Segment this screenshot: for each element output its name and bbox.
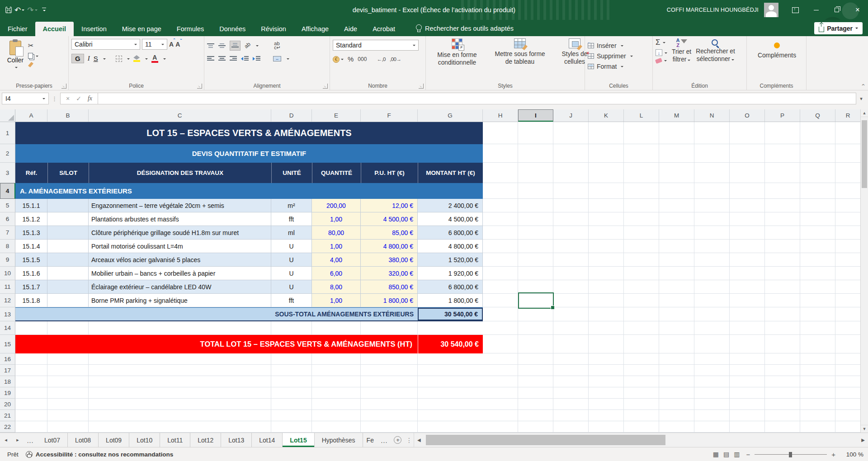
bold-button[interactable]: G <box>71 54 84 63</box>
col-header-Q[interactable]: Q <box>800 109 835 122</box>
cell-pu[interactable]: 380,00 € <box>361 253 418 267</box>
minimize-button[interactable] <box>806 0 826 20</box>
col-header-I-selected[interactable]: I <box>518 109 553 122</box>
cell-ref[interactable]: 15.1.7 <box>15 280 47 294</box>
cell-slot[interactable] <box>47 294 89 307</box>
sheet-overflow-left[interactable]: ... <box>24 433 37 447</box>
tab-formules[interactable]: Formules <box>169 22 212 36</box>
decrease-decimal-button[interactable]: ,00→ <box>390 56 401 62</box>
align-left-icon[interactable] <box>207 56 214 61</box>
tab-donnees[interactable]: Données <box>212 22 253 36</box>
cell-slot[interactable] <box>47 212 89 226</box>
page-break-view-icon[interactable]: ▥ <box>734 451 740 458</box>
undo-icon[interactable]: ↶ <box>14 6 24 14</box>
sheet-tab-lot15-active[interactable]: Lot15 <box>283 433 314 447</box>
conditional-formatting-button[interactable]: ≠ Mise en forme conditionnelle <box>429 37 486 82</box>
tab-mise-en-page[interactable]: Mise en page <box>114 22 169 36</box>
customize-quick-access-icon[interactable] <box>42 8 46 13</box>
copy-button[interactable] <box>28 53 38 59</box>
cell-pu[interactable]: 4 800,00 € <box>361 240 418 253</box>
cell-ref[interactable]: 15.1.5 <box>15 253 47 267</box>
cell-pu[interactable]: 850,00 € <box>361 280 418 294</box>
avatar[interactable] <box>764 3 778 17</box>
cell-quantite[interactable]: 6,00 <box>312 267 361 280</box>
collapse-ribbon-icon[interactable]: › <box>859 84 866 85</box>
align-middle-icon[interactable] <box>218 43 226 48</box>
dialog-launcher-icon[interactable] <box>419 84 424 89</box>
cell-quantite[interactable]: 1,00 <box>312 240 361 253</box>
cell-designation[interactable]: Portail motorisé coulissant L=4m <box>89 240 271 253</box>
expand-formula-bar-icon[interactable]: ▾ <box>856 96 866 102</box>
col-header-E[interactable]: E <box>312 109 361 122</box>
col-header-M[interactable]: M <box>659 109 694 122</box>
cell-ref[interactable]: 15.1.3 <box>15 226 47 240</box>
scroll-left-icon[interactable]: ◀ <box>414 437 424 442</box>
sheet-tab-lot11[interactable]: Lot11 <box>160 433 190 447</box>
row-header-9[interactable]: 9 <box>0 253 15 267</box>
header-quantite[interactable]: QUANTITÉ <box>312 163 361 183</box>
cell-quantite[interactable]: 4,00 <box>312 253 361 267</box>
scroll-right-icon[interactable]: ▶ <box>858 437 868 442</box>
row-header-17[interactable]: 17 <box>0 365 15 376</box>
row-header-12[interactable]: 12 <box>0 294 15 307</box>
cell-unite[interactable]: fft <box>271 212 312 226</box>
cell-slot[interactable] <box>47 226 89 240</box>
sheet-tab-lot13[interactable]: Lot13 <box>221 433 252 447</box>
tab-aide[interactable]: Aide <box>336 22 365 36</box>
tab-acrobat[interactable]: Acrobat <box>365 22 403 36</box>
format-cells-button[interactable]: Format <box>588 63 651 70</box>
normal-view-icon[interactable]: ▦ <box>713 451 719 458</box>
orientation-icon[interactable]: ab <box>244 42 251 49</box>
lot-title-banner[interactable]: LOT 15 – ESPACES VERTS & AMÉNAGEMENTS <box>15 122 483 144</box>
horizontal-scrollbar[interactable]: ◀ ▶ <box>414 433 868 447</box>
paste-button[interactable]: Coller <box>3 39 28 70</box>
cell-designation[interactable]: Éclairage extérieur – candélabre LED 40W <box>89 280 271 294</box>
dialog-launcher-icon[interactable] <box>197 84 202 89</box>
horizontal-scrollbar-thumb[interactable] <box>426 435 665 445</box>
cell-slot[interactable] <box>47 267 89 280</box>
share-button[interactable]: Partager <box>814 22 863 34</box>
header-montant[interactable]: MONTANT HT (€) <box>418 163 483 183</box>
sheet-tab-lot08[interactable]: Lot08 <box>68 433 99 447</box>
row-header-16[interactable]: 16 <box>0 353 15 365</box>
cell-unite[interactable]: fft <box>271 294 312 307</box>
subtotal-row[interactable]: SOUS-TOTAL AMÉNAGEMENTS EXTÉRIEURS 30 54… <box>15 307 483 321</box>
cell-slot[interactable] <box>47 240 89 253</box>
cell-designation[interactable]: Plantations arbustes et massifs <box>89 212 271 226</box>
cell-slot[interactable] <box>47 199 89 212</box>
save-icon[interactable] <box>5 7 12 13</box>
increase-indent-icon[interactable] <box>253 56 260 61</box>
cell-montant[interactable]: 1 520,00 € <box>418 253 483 267</box>
col-header-A[interactable]: A <box>15 109 47 122</box>
sheet-nav-left-icon[interactable]: ◂ <box>0 433 12 447</box>
cell-designation[interactable]: Mobilier urbain – bancs + corbeilles à p… <box>89 267 271 280</box>
cell-designation[interactable]: Borne PMR parking + signalétique <box>89 294 271 307</box>
cell-pu[interactable]: 85,00 € <box>361 226 418 240</box>
insert-cells-button[interactable]: Insérer <box>588 42 651 49</box>
sheet-tab-lot14[interactable]: Lot14 <box>252 433 283 447</box>
col-header-P[interactable]: P <box>765 109 800 122</box>
tab-insertion[interactable]: Insertion <box>74 22 114 36</box>
dialog-launcher-icon[interactable] <box>323 84 328 89</box>
row-header-5[interactable]: 5 <box>0 199 15 212</box>
addins-button[interactable]: Compléments <box>750 39 804 59</box>
header-pu[interactable]: P.U. HT (€) <box>361 163 418 183</box>
tab-accueil[interactable]: Accueil <box>35 22 74 36</box>
row-header-20[interactable]: 20 <box>0 399 15 410</box>
sheet-tab-hypotheses[interactable]: Hypothèses <box>315 433 363 447</box>
devis-subtitle-banner[interactable]: DEVIS QUANTITATIF ET ESTIMATIF <box>15 144 483 163</box>
format-as-table-button[interactable]: Mettre sous forme de tableau <box>487 37 552 82</box>
row-header-11[interactable]: 11 <box>0 280 15 294</box>
delete-cells-button[interactable]: Supprimer <box>588 52 651 60</box>
row-header-3[interactable]: 3 <box>0 163 15 183</box>
sheet-tab-lot07[interactable]: Lot07 <box>37 433 68 447</box>
sheet-tab-lot09[interactable]: Lot09 <box>99 433 129 447</box>
restore-button[interactable] <box>826 0 847 20</box>
scroll-down-icon[interactable]: ▼ <box>861 425 868 433</box>
total-row[interactable]: TOTAL LOT 15 – ESPACES VERTS & AMÉNAGEME… <box>15 335 483 353</box>
col-header-C[interactable]: C <box>89 109 271 122</box>
select-all-corner[interactable] <box>0 109 15 122</box>
col-header-L[interactable]: L <box>624 109 659 122</box>
cell-quantite[interactable]: 1,00 <box>312 212 361 226</box>
cell-montant[interactable]: 4 500,00 € <box>418 212 483 226</box>
